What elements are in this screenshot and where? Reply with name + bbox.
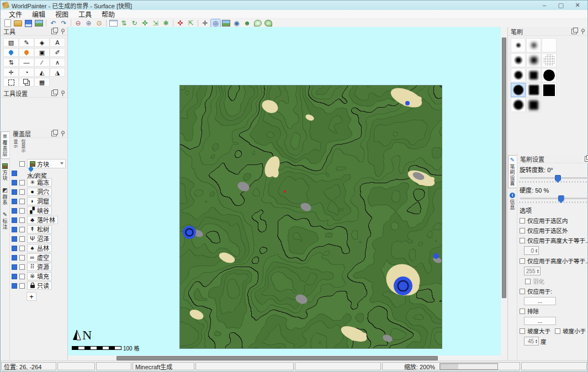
layer-solo-checkbox[interactable] — [19, 189, 25, 195]
flood-fill-tool[interactable]: ◈ — [34, 38, 50, 47]
layer-show-checkbox[interactable] — [12, 217, 17, 223]
world-properties-icon[interactable] — [109, 19, 118, 28]
layer-show-checkbox[interactable] — [12, 264, 17, 270]
dock-tab-笔刷设置[interactable]: ✎笔刷设置 — [508, 155, 517, 188]
dock-tab-标注[interactable]: ✎标注 — [1, 210, 10, 232]
option-checkbox[interactable] — [520, 238, 525, 243]
layer-show-checkbox[interactable] — [12, 236, 17, 242]
float-panel-icon[interactable] — [51, 131, 57, 136]
shrink-world-icon[interactable]: ⇱ — [186, 19, 195, 28]
menu-工具[interactable]: 工具 — [73, 9, 97, 19]
layer-solo-checkbox[interactable] — [19, 236, 25, 242]
player-view-icon[interactable]: ☻ — [242, 19, 252, 28]
hard-circle-brush[interactable] — [511, 83, 526, 97]
rotate-world-icon[interactable]: ↻ — [130, 19, 139, 28]
layer-solo-checkbox[interactable] — [19, 274, 25, 279]
hardness-slider[interactable] — [520, 195, 588, 204]
pin-panel-icon[interactable] — [61, 91, 65, 96]
option-checkbox[interactable] — [555, 328, 560, 334]
rotate-light-tool[interactable]: ◔ — [19, 68, 34, 77]
copy-selection-tool[interactable] — [19, 78, 34, 87]
save-world-icon[interactable] — [24, 19, 33, 28]
layer-button-洞穴[interactable]: ●洞穴 — [27, 188, 52, 196]
lava-flood-tool[interactable] — [19, 48, 34, 57]
solid-circle-brush[interactable] — [542, 68, 557, 82]
minimize-button[interactable]: – — [540, 2, 549, 9]
medium-square-brush[interactable] — [526, 68, 541, 82]
raise-mountain-tool[interactable]: ∧ — [50, 58, 65, 67]
merge-world-icon[interactable]: ❃ — [161, 19, 171, 28]
shift-world-icon[interactable]: ⇅ — [119, 19, 129, 28]
layer-button-沼泽[interactable]: Ψ沼泽 — [27, 235, 52, 243]
float-panel-icon[interactable] — [51, 29, 57, 34]
map-viewport[interactable]: N 100 格 — [68, 27, 501, 355]
layer-button-落叶林[interactable]: ♣落叶林 — [27, 216, 58, 224]
option-checkbox[interactable] — [520, 289, 525, 294]
layer-button-松树[interactable]: ↟松树 — [27, 225, 52, 233]
raise-lower-tool[interactable]: ⇅ — [3, 58, 19, 67]
layer-show-checkbox[interactable] — [12, 208, 17, 214]
overlay-image-icon[interactable] — [221, 19, 231, 28]
layer-button-洞窟[interactable]: ◗洞窟 — [27, 197, 52, 205]
layer-solo-checkbox[interactable] — [19, 246, 25, 251]
menu-视图[interactable]: 视图 — [50, 9, 73, 19]
view-spawn-icon[interactable]: ◎ — [211, 19, 220, 28]
spinner-arrows[interactable]: ▲▼ — [535, 248, 538, 253]
close-button[interactable]: ✕ — [573, 2, 582, 9]
text-tool[interactable]: A — [50, 38, 65, 47]
terrain-stamp-tool[interactable]: ▣ — [34, 48, 50, 57]
expand-world-icon[interactable]: ⇲ — [151, 19, 160, 28]
sparse-noise-brush[interactable] — [542, 38, 557, 52]
layer-button-只读[interactable]: 只读 — [27, 281, 52, 290]
hard-square-brush[interactable] — [526, 83, 541, 97]
menu-帮助[interactable]: 帮助 — [97, 9, 120, 19]
menu-文件[interactable]: 文件 — [4, 9, 27, 19]
terrain-type-combo[interactable]: 方块 — [27, 159, 66, 168]
layer-button-资源[interactable]: ⠿资源 — [27, 263, 52, 271]
choose-layer-button[interactable]: ... — [524, 297, 556, 305]
option-spinner[interactable]: 255▲▼ — [524, 267, 541, 275]
export-image-icon[interactable] — [34, 19, 44, 28]
move-world-icon[interactable]: ✜ — [140, 19, 150, 28]
option-checkbox[interactable] — [520, 218, 525, 224]
layer-button-丛林[interactable]: ♠丛林 — [27, 244, 52, 252]
layer-show-checkbox[interactable] — [12, 227, 17, 232]
redo-icon[interactable]: ↷ — [59, 19, 68, 28]
vertical-scrollbar[interactable] — [501, 27, 507, 355]
callout-icon[interactable] — [253, 19, 262, 28]
spray-paint-tool[interactable]: ✐ — [50, 48, 65, 57]
add-layer-button[interactable]: + — [27, 292, 36, 301]
dock-tab-信息[interactable]: i信息 — [508, 190, 517, 212]
menu-编辑[interactable]: 编辑 — [27, 9, 50, 19]
option-checkbox[interactable] — [520, 228, 525, 233]
float-panel-icon[interactable] — [51, 91, 57, 96]
horizontal-scrollbar-thumb[interactable] — [116, 356, 438, 360]
dither-tool[interactable]: ▦ — [34, 78, 50, 87]
dock-tab-方块[interactable]: 方块 — [1, 161, 10, 183]
layer-show-checkbox[interactable] — [12, 283, 17, 289]
flatten-tool[interactable]: — — [19, 58, 34, 67]
layer-show-checkbox[interactable] — [12, 255, 17, 261]
dock-tab-覆盖层[interactable]: ≣覆盖层 — [1, 131, 10, 159]
float-panel-icon[interactable] — [585, 156, 588, 162]
smooth-tool[interactable]: ∕ — [34, 58, 50, 67]
soft-circle-brush[interactable] — [511, 53, 526, 67]
tiny-soft-circle-brush[interactable] — [511, 38, 526, 52]
height-tool[interactable]: ✛ — [3, 68, 19, 77]
dock-tab-群系[interactable]: ◩群系 — [1, 185, 10, 208]
option-checkbox[interactable] — [520, 258, 525, 264]
dense-noise-brush[interactable] — [542, 53, 557, 67]
option-spinner[interactable]: 45▲▼ — [524, 337, 539, 346]
layer-button-填充[interactable]: ※填充 — [27, 272, 52, 280]
zoom-out-icon[interactable]: ⊖ — [73, 19, 83, 28]
layer-show-checkbox[interactable] — [12, 171, 17, 176]
layer-solo-checkbox[interactable] — [19, 161, 25, 167]
layer-solo-checkbox[interactable] — [19, 199, 25, 204]
zoom-reset-icon[interactable]: ⊙ — [94, 19, 104, 28]
medium-circle-brush[interactable] — [511, 68, 526, 82]
pencil-tool[interactable]: ✎ — [19, 38, 34, 47]
fading-square-brush[interactable] — [526, 98, 541, 112]
option-checkbox[interactable] — [520, 328, 525, 334]
new-world-icon[interactable] — [3, 19, 12, 28]
option-checkbox[interactable] — [525, 279, 531, 284]
